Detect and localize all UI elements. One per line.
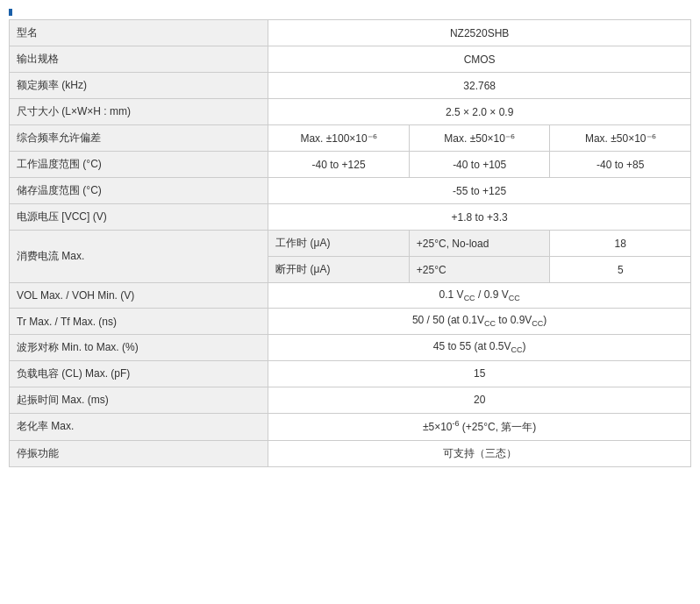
section-title: [9, 9, 691, 16]
row-label: 尺寸大小 (L×W×H : mm): [10, 99, 268, 125]
specs-table: 型名 NZ2520SHB 输出规格 CMOS 额定频率 (kHz) 32.768…: [9, 19, 691, 467]
table-row: 老化率 Max. ±5×10-6 (+25°C, 第一年): [10, 413, 691, 440]
table-row: 负载电容 (CL) Max. (pF) 15: [10, 360, 691, 387]
row-label: 输出规格: [10, 46, 268, 73]
row-value: 2.5 × 2.0 × 0.9: [268, 99, 691, 125]
row-label: 额定频率 (kHz): [10, 73, 268, 99]
row-label: 负载电容 (CL) Max. (pF): [10, 360, 268, 387]
row-value-3: Max. ±50×10⁻⁶: [550, 125, 691, 152]
row-label-sub2: 断开时 (μA): [268, 257, 410, 283]
table-row: 额定频率 (kHz) 32.768: [10, 73, 691, 99]
row-value-2: Max. ±50×10⁻⁶: [409, 125, 550, 152]
row-value: NZ2520SHB: [268, 20, 691, 46]
table-row: 波形对称 Min. to Max. (%) 45 to 55 (at 0.5VC…: [10, 334, 691, 360]
row-value: 可支持（三态）: [268, 440, 691, 466]
row-label: 工作温度范围 (°C): [10, 152, 268, 178]
row-label: 电源电压 [VCC] (V): [10, 204, 268, 231]
row-label: 起振时间 Max. (ms): [10, 387, 268, 413]
table-row: 综合频率允许偏差 Max. ±100×10⁻⁶ Max. ±50×10⁻⁶ Ma…: [10, 125, 691, 152]
table-row: 储存温度范围 (°C) -55 to +125: [10, 178, 691, 204]
row-value: 0.1 VCC / 0.9 VCC: [268, 283, 691, 309]
row-value: +1.8 to +3.3: [268, 204, 691, 231]
table-row: 停振功能 可支持（三态）: [10, 440, 691, 466]
table-row: 消费电流 Max. 工作时 (μA) +25°C, No-load 18: [10, 231, 691, 257]
table-row: 电源电压 [VCC] (V) +1.8 to +3.3: [10, 204, 691, 231]
row-label-sub1: 工作时 (μA): [268, 231, 410, 257]
row-value: 32.768: [268, 73, 691, 99]
row-value-1: Max. ±100×10⁻⁶: [268, 125, 410, 152]
row-label: 停振功能: [10, 440, 268, 466]
row-label-cond1: +25°C, No-load: [409, 231, 550, 257]
table-row: 输出规格 CMOS: [10, 46, 691, 73]
table-row: VOL Max. / VOH Min. (V) 0.1 VCC / 0.9 VC…: [10, 283, 691, 309]
row-value-2: 5: [550, 257, 691, 283]
row-label: 波形对称 Min. to Max. (%): [10, 334, 268, 360]
row-label-main: 消费电流 Max.: [10, 231, 268, 283]
row-value: 20: [268, 387, 691, 413]
row-label: 型名: [10, 20, 268, 46]
row-value: 45 to 55 (at 0.5VCC): [268, 334, 691, 360]
row-label: 综合频率允许偏差: [10, 125, 268, 152]
row-value: 15: [268, 360, 691, 387]
row-value: CMOS: [268, 46, 691, 73]
row-value: 50 / 50 (at 0.1VCC to 0.9VCC): [268, 309, 691, 334]
table-row: Tr Max. / Tf Max. (ns) 50 / 50 (at 0.1VC…: [10, 309, 691, 334]
row-value: ±5×10-6 (+25°C, 第一年): [268, 413, 691, 440]
table-row: 起振时间 Max. (ms) 20: [10, 387, 691, 413]
row-value: -55 to +125: [268, 178, 691, 204]
row-value-3: -40 to +85: [550, 152, 691, 178]
specs-container: 型名 NZ2520SHB 输出规格 CMOS 额定频率 (kHz) 32.768…: [0, 0, 700, 476]
row-value-1: 18: [550, 231, 691, 257]
row-label: 老化率 Max.: [10, 413, 268, 440]
table-row: 型名 NZ2520SHB: [10, 20, 691, 46]
row-label: 储存温度范围 (°C): [10, 178, 268, 204]
row-label: VOL Max. / VOH Min. (V): [10, 283, 268, 309]
row-value-1: -40 to +125: [268, 152, 410, 178]
table-row: 工作温度范围 (°C) -40 to +125 -40 to +105 -40 …: [10, 152, 691, 178]
row-label: Tr Max. / Tf Max. (ns): [10, 309, 268, 334]
table-row: 尺寸大小 (L×W×H : mm) 2.5 × 2.0 × 0.9: [10, 99, 691, 125]
row-label-cond2: +25°C: [409, 257, 550, 283]
row-value-2: -40 to +105: [409, 152, 550, 178]
